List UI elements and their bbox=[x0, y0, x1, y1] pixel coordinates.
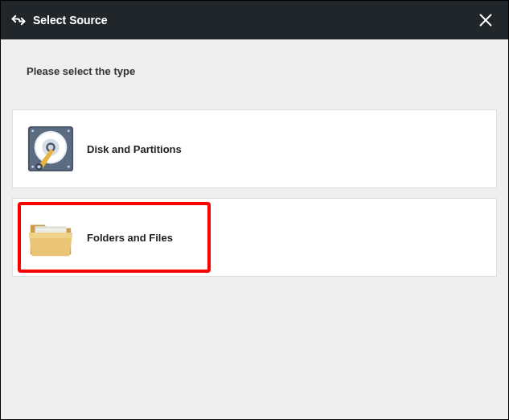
folder-icon bbox=[26, 212, 76, 262]
svg-point-2 bbox=[31, 130, 34, 132]
close-button[interactable] bbox=[473, 7, 499, 33]
app-icon bbox=[10, 12, 27, 28]
titlebar: Select Source bbox=[1, 1, 508, 39]
option-folders-files[interactable]: Folders and Files bbox=[12, 198, 497, 277]
svg-point-4 bbox=[31, 166, 34, 168]
dialog-window: Select Source Please select the type bbox=[1, 1, 508, 419]
svg-rect-14 bbox=[35, 226, 67, 229]
svg-point-5 bbox=[68, 166, 70, 168]
svg-point-12 bbox=[37, 165, 40, 168]
disk-icon bbox=[26, 124, 76, 174]
close-icon bbox=[477, 11, 495, 29]
dialog-title: Select Source bbox=[33, 14, 473, 27]
dialog-content: Please select the type bbox=[1, 39, 508, 419]
option-folders-label: Folders and Files bbox=[87, 232, 173, 244]
svg-point-3 bbox=[68, 130, 70, 132]
svg-rect-15 bbox=[35, 230, 67, 232]
option-disk-partitions[interactable]: Disk and Partitions bbox=[12, 109, 497, 188]
prompt-text: Please select the type bbox=[27, 65, 497, 77]
option-disk-label: Disk and Partitions bbox=[87, 143, 182, 155]
